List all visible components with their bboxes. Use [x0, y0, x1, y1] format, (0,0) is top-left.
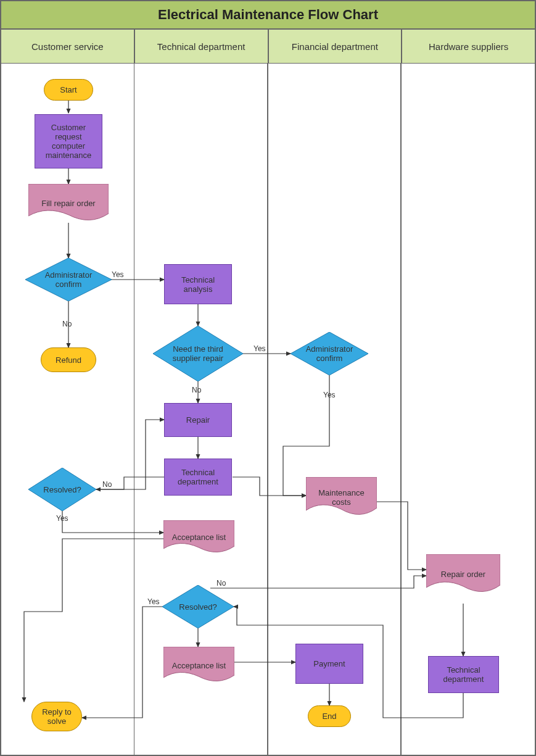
lane-head-financial: Financial department	[268, 29, 402, 64]
label-repair-order2: Repair order	[441, 570, 485, 579]
lane-head-customer: Customer service	[1, 29, 134, 64]
label-admin-confirm2: Administrator confirm	[293, 344, 366, 363]
node-acc-list2: Acceptance list	[163, 647, 234, 684]
label-acc-list2: Acceptance list	[172, 661, 226, 670]
label-need-third: Need the third supplier repair	[155, 344, 241, 363]
flowchart-root: Electrical Maintenance Flow Chart Custom…	[0, 0, 536, 756]
chart-title: Electrical Maintenance Flow Chart	[1, 1, 535, 29]
edge-no-4: No	[216, 579, 226, 588]
edge-no-2: No	[192, 386, 201, 394]
node-need-third: Need the third supplier repair	[153, 326, 243, 381]
edge-yes-5: Yes	[147, 597, 160, 606]
node-fill-order: Fill repair order	[28, 184, 109, 222]
node-tech-analysis: Technical analysis	[164, 264, 232, 304]
edge-no-3: No	[102, 480, 112, 489]
node-reply-solve: Reply to solve	[31, 702, 82, 731]
edge-yes-4: Yes	[56, 514, 68, 523]
node-tech-dept1: Technical department	[164, 459, 232, 496]
lane-head-technical: Technical department	[134, 29, 268, 64]
node-maint-costs: Maintenance costs	[306, 477, 377, 517]
label-admin-confirm1: Administrator confirm	[28, 270, 109, 289]
label-fill-order: Fill repair order	[41, 199, 95, 208]
lane-head-hardware: Hardware suppliers	[402, 29, 535, 64]
lane-headers: Customer service Technical department Fi…	[1, 29, 535, 64]
node-payment: Payment	[295, 644, 363, 684]
label-acc-list1: Acceptance list	[172, 533, 226, 542]
lane-body: Start Customer request computer maintena…	[1, 64, 535, 755]
edge-yes-1: Yes	[112, 270, 124, 279]
node-end: End	[308, 705, 351, 727]
node-resolved2: Resolved?	[162, 585, 234, 628]
label-maint-costs: Maintenance costs	[308, 488, 374, 507]
label-resolved1: Resolved?	[31, 485, 93, 494]
node-repair-order2: Repair order	[426, 554, 500, 594]
node-admin-confirm2: Administrator confirm	[291, 332, 368, 375]
edge-yes-2: Yes	[254, 344, 266, 353]
label-resolved2: Resolved?	[167, 602, 229, 612]
edge-yes-3: Yes	[323, 391, 336, 399]
node-acc-list1: Acceptance list	[163, 520, 234, 554]
node-refund: Refund	[41, 347, 96, 372]
node-repair: Repair	[164, 403, 232, 437]
edge-no-1: No	[62, 320, 72, 328]
node-request: Customer request computer maintenance	[35, 114, 102, 168]
node-start: Start	[44, 79, 93, 101]
node-tech-dept2: Technical department	[428, 656, 499, 693]
node-admin-confirm1: Administrator confirm	[25, 258, 112, 301]
node-resolved1: Resolved?	[28, 468, 96, 511]
